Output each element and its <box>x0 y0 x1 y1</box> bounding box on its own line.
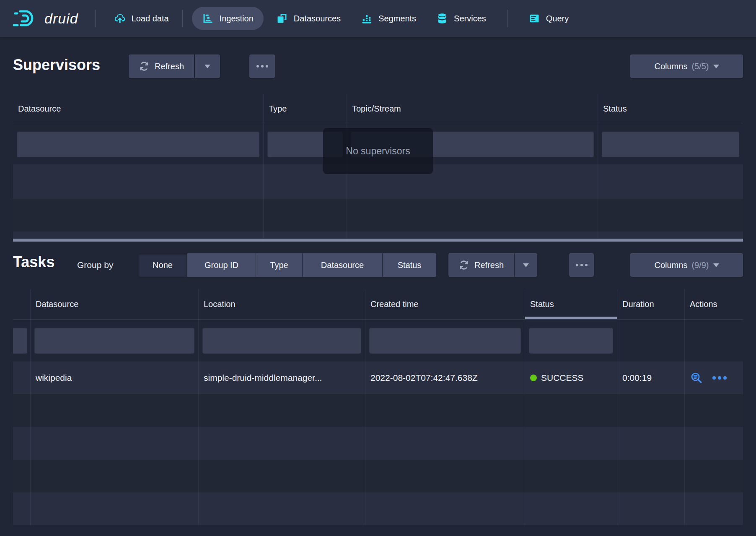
columns-count: (5/5) <box>691 62 709 71</box>
database-icon <box>436 13 448 24</box>
group-by-option-label: None <box>153 260 173 270</box>
nav-divider <box>182 10 183 27</box>
status-success-dot <box>530 375 537 381</box>
group-by-option-label: Group ID <box>205 260 238 270</box>
group-by-button-group: None Group ID Type Datasource Status <box>138 253 436 277</box>
tasks-table-header: Datasource Location Created time Status … <box>13 289 743 320</box>
supervisors-columns-button[interactable]: Columns (5/5) <box>630 55 743 78</box>
task-location-cell[interactable]: simple-druid-middlemanager... <box>199 362 365 394</box>
nav-item-services[interactable]: Services <box>426 7 496 30</box>
group-by-datasource-button[interactable]: Datasource <box>302 253 382 277</box>
task-filter-location[interactable] <box>202 328 361 354</box>
sort-indicator <box>525 317 617 319</box>
supervisors-more-button[interactable] <box>249 55 275 78</box>
task-empty-row <box>13 460 743 492</box>
columns-label: Columns <box>654 260 687 270</box>
task-filter-task-id[interactable] <box>13 328 27 354</box>
column-header-datasource[interactable]: Datasource <box>13 94 264 124</box>
tasks-title: Tasks <box>13 253 54 271</box>
navbar: druid Load data Ingestion <box>0 0 756 37</box>
group-by-option-label: Datasource <box>321 260 364 270</box>
chevron-down-icon <box>523 263 529 267</box>
task-empty-row <box>13 394 743 427</box>
druid-console: druid Load data Ingestion <box>0 0 756 536</box>
group-by-type-button[interactable]: Type <box>256 253 302 277</box>
supervisors-table-header: Datasource Type Topic/Stream Status <box>13 94 743 124</box>
chevron-down-icon <box>205 65 210 68</box>
console-icon <box>528 13 540 24</box>
task-duration-cell[interactable]: 0:00:19 <box>617 362 685 394</box>
more-icon <box>576 264 588 266</box>
gantt-chart-icon <box>202 13 214 24</box>
tasks-columns-button[interactable]: Columns (9/9) <box>630 253 743 277</box>
segments-bars-icon <box>361 13 373 24</box>
druid-logo[interactable]: druid <box>13 8 78 29</box>
refresh-label: Refresh <box>474 260 504 270</box>
chevron-down-icon <box>713 65 719 68</box>
nav-divider <box>95 10 96 27</box>
tasks-more-button[interactable] <box>569 253 594 277</box>
cloud-upload-icon <box>114 13 126 24</box>
task-status-cell[interactable]: SUCCESS <box>525 362 617 394</box>
task-row-wikipedia[interactable]: wikipedia simple-druid-middlemanager... … <box>13 362 743 394</box>
nav-item-label: Load data <box>132 14 169 23</box>
supervisors-table: Datasource Type Topic/Stream Status No s… <box>13 94 743 242</box>
nav-item-segments[interactable]: Segments <box>351 7 426 30</box>
task-actions-cell <box>685 362 743 394</box>
column-header-type[interactable]: Type <box>264 94 347 124</box>
chevron-down-icon <box>713 263 719 267</box>
task-created-time-cell[interactable]: 2022-08-02T07:42:47.638Z <box>365 362 525 394</box>
supervisors-empty-row <box>13 232 743 239</box>
tasks-filter-row <box>13 320 743 362</box>
column-header-duration[interactable]: Duration <box>617 289 685 319</box>
column-header-created-time[interactable]: Created time <box>365 289 525 319</box>
group-by-group-id-button[interactable]: Group ID <box>187 253 256 277</box>
druid-wordmark: druid <box>44 10 78 27</box>
supervisors-empty-row <box>13 199 743 232</box>
group-by-status-button[interactable]: Status <box>382 253 436 277</box>
column-header-sliver[interactable] <box>13 289 31 319</box>
supervisor-filter-status[interactable] <box>602 131 739 157</box>
group-by-option-label: Type <box>270 260 288 270</box>
group-by-none-button[interactable]: None <box>138 253 187 277</box>
supervisors-refresh-button[interactable]: Refresh <box>129 55 194 78</box>
column-header-location[interactable]: Location <box>199 289 365 319</box>
tasks-refresh-interval-button[interactable] <box>515 253 537 277</box>
task-filter-created-time[interactable] <box>369 328 521 354</box>
task-datasource-cell[interactable]: wikipedia <box>31 362 199 394</box>
task-detail-search-icon[interactable] <box>690 371 703 385</box>
columns-label: Columns <box>654 62 687 71</box>
nav-item-label: Query <box>546 14 569 23</box>
no-supervisors-message: No supervisors <box>323 128 433 174</box>
task-empty-row <box>13 492 743 525</box>
nav-divider <box>507 10 507 27</box>
tasks-refresh-button[interactable]: Refresh <box>448 253 514 277</box>
tasks-refresh-split: Refresh <box>448 253 537 277</box>
column-header-actions[interactable]: Actions <box>685 289 743 319</box>
supervisors-refresh-split: Refresh <box>129 55 220 78</box>
column-header-status[interactable]: Status <box>525 289 617 319</box>
nav-item-query[interactable]: Query <box>518 7 579 30</box>
task-filter-status[interactable] <box>529 328 613 354</box>
task-empty-row <box>13 427 743 460</box>
column-header-label: Status <box>530 299 554 309</box>
supervisor-filter-datasource[interactable] <box>17 131 259 157</box>
nav-item-load-data[interactable]: Load data <box>104 7 179 30</box>
task-filter-datasource[interactable] <box>34 328 194 354</box>
nav-item-ingestion[interactable]: Ingestion <box>192 7 264 30</box>
column-header-topic-stream[interactable]: Topic/Stream <box>347 94 598 124</box>
task-actions-more-icon[interactable] <box>712 376 727 380</box>
refresh-icon <box>458 260 469 271</box>
tasks-table: Datasource Location Created time Status … <box>13 289 743 525</box>
columns-count: (9/9) <box>691 260 709 270</box>
group-by-option-label: Status <box>398 260 422 270</box>
druid-logo-icon <box>13 8 39 29</box>
nav-item-datasources[interactable]: Datasources <box>266 7 351 30</box>
nav-item-label: Ingestion <box>220 14 254 23</box>
status-label: SUCCESS <box>541 373 584 383</box>
nav-item-label: Datasources <box>294 14 341 23</box>
column-header-status[interactable]: Status <box>598 94 743 124</box>
column-header-datasource[interactable]: Datasource <box>31 289 199 319</box>
horizontal-scrollbar[interactable] <box>13 239 743 242</box>
supervisors-refresh-interval-button[interactable] <box>195 55 220 78</box>
